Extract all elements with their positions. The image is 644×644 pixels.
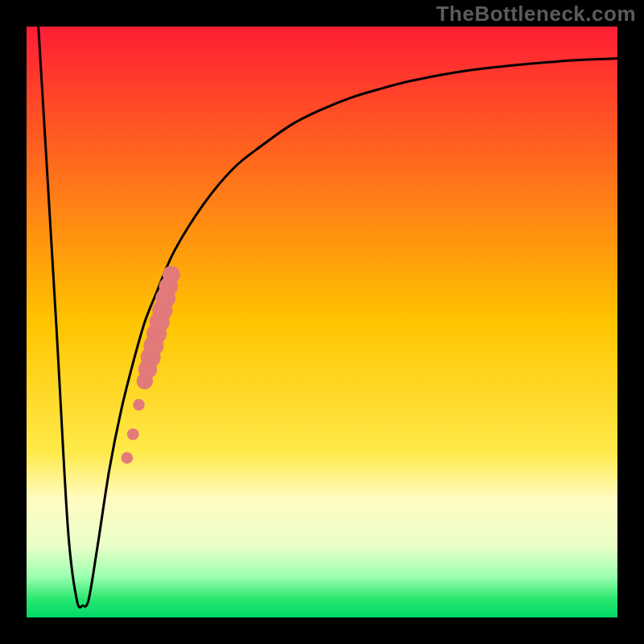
data-marker [122,452,134,464]
data-marker [133,399,145,411]
bottleneck-chart [0,0,644,644]
gradient-background [27,27,617,617]
data-marker [163,266,180,283]
data-marker [127,428,139,440]
chart-frame: TheBottleneck.com [0,0,644,644]
watermark-text: TheBottleneck.com [436,2,636,27]
